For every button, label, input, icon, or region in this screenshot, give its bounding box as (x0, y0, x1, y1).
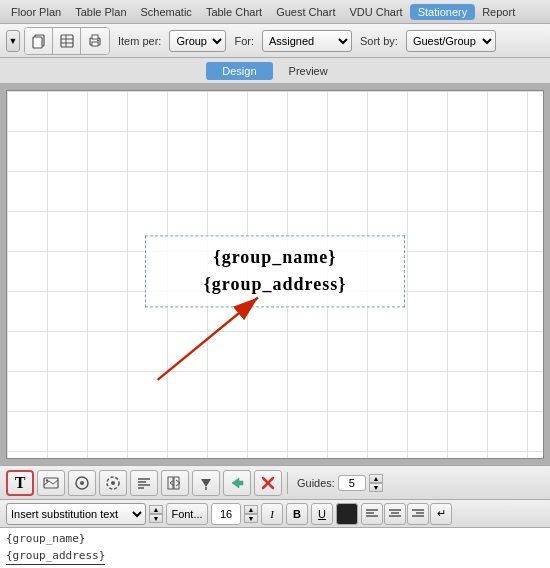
insert-up-button[interactable]: ▲ (149, 505, 163, 514)
underline-button[interactable]: U (311, 503, 333, 525)
image-tool-button[interactable] (37, 470, 65, 496)
print-icon[interactable] (81, 28, 109, 54)
sort-by-select[interactable]: Guest/Group (406, 30, 496, 52)
merge-tool[interactable] (161, 470, 189, 496)
color-swatch[interactable] (336, 503, 358, 525)
insert-select-stepper: ▲ ▼ (149, 505, 163, 523)
sort-by-label: Sort by: (356, 35, 402, 47)
copy-icon[interactable] (25, 28, 53, 54)
separator (287, 472, 288, 494)
nav-item-schematic[interactable]: Schematic (134, 4, 199, 20)
svg-line-14 (49, 481, 53, 484)
guides-stepper: ▲ ▼ (369, 474, 383, 492)
nav-item-table-plan[interactable]: Table Plan (68, 4, 133, 20)
bottom-toolbar: T (0, 465, 550, 499)
guides-label: Guides: (297, 477, 335, 489)
svg-line-13 (44, 481, 49, 485)
item-per-label: Item per: (114, 35, 165, 47)
bold-button[interactable]: B (286, 503, 308, 525)
nav-item-floor-plan[interactable]: Floor Plan (4, 4, 68, 20)
for-label: For: (230, 35, 258, 47)
svg-rect-2 (61, 35, 73, 47)
align-left-tool[interactable] (130, 470, 158, 496)
spinner-tool-button[interactable] (99, 470, 127, 496)
circle-tool-button[interactable] (68, 470, 96, 496)
font-size-stepper: ▲ ▼ (244, 505, 258, 523)
item-per-select[interactable]: Group (169, 30, 226, 52)
text-preview-line2: {group_address} (6, 548, 544, 566)
table-icon[interactable] (53, 28, 81, 54)
align-left-button[interactable] (361, 503, 383, 525)
text-tool-button[interactable]: T (6, 470, 34, 496)
font-size-up[interactable]: ▲ (244, 505, 258, 514)
text-preview-line2-text: {group_address} (6, 548, 105, 566)
svg-point-20 (111, 481, 115, 485)
svg-line-15 (53, 480, 58, 484)
tab-design[interactable]: Design (206, 62, 272, 80)
nav-item-report[interactable]: Report (475, 4, 522, 20)
italic-button[interactable]: I (261, 503, 283, 525)
svg-point-9 (97, 39, 99, 41)
font-size-down[interactable]: ▼ (244, 514, 258, 523)
format-bar: Insert substitution text ▲ ▼ Font... ▲ ▼… (0, 499, 550, 527)
svg-rect-8 (92, 42, 98, 46)
nav-item-table-chart[interactable]: Table Chart (199, 4, 269, 20)
align-center-button[interactable] (384, 503, 406, 525)
align-right-button[interactable] (407, 503, 429, 525)
canvas-text-line2: {group_address} (166, 271, 384, 298)
delete-button[interactable] (254, 470, 282, 496)
svg-rect-7 (92, 35, 98, 39)
svg-marker-31 (201, 479, 211, 487)
canvas-wrapper: {group_name} {group_address} (0, 84, 550, 465)
canvas[interactable]: {group_name} {group_address} (6, 90, 544, 459)
toolbar: ▼ (0, 24, 550, 58)
nav-item-stationery[interactable]: Stationery (410, 4, 476, 20)
nav-bar: Floor Plan Table Plan Schematic Table Ch… (0, 0, 550, 24)
green-arrow-tool[interactable] (223, 470, 251, 496)
guides-input[interactable] (338, 475, 366, 491)
guides-down-button[interactable]: ▼ (369, 483, 383, 492)
svg-line-11 (158, 298, 258, 380)
svg-point-18 (80, 481, 84, 485)
canvas-textbox[interactable]: {group_name} {group_address} (145, 235, 405, 307)
nav-item-guest-chart[interactable]: Guest Chart (269, 4, 342, 20)
icon-group (24, 27, 110, 55)
text-preview: {group_name} {group_address} (0, 527, 550, 568)
font-button[interactable]: Font... (166, 503, 208, 525)
svg-rect-1 (33, 37, 42, 48)
font-size-input[interactable] (211, 503, 241, 525)
svg-rect-26 (174, 477, 179, 489)
for-select[interactable]: Assigned (262, 30, 352, 52)
canvas-text-line1: {group_name} (166, 244, 384, 271)
nav-item-vdu-chart[interactable]: VDU Chart (342, 4, 409, 20)
svg-point-16 (46, 479, 48, 481)
insert-down-button[interactable]: ▼ (149, 514, 163, 523)
align-justify-button[interactable]: ↵ (430, 503, 452, 525)
guides-up-button[interactable]: ▲ (369, 474, 383, 483)
tab-row: Design Preview (0, 58, 550, 84)
text-preview-line1: {group_name} (6, 531, 544, 548)
arrow-down-tool[interactable] (192, 470, 220, 496)
tab-preview[interactable]: Preview (273, 62, 344, 80)
expand-button[interactable]: ▼ (6, 30, 20, 52)
align-buttons: ↵ (361, 503, 452, 525)
main-layout: ▼ (0, 24, 550, 568)
svg-marker-33 (232, 478, 243, 488)
insert-substitution-select[interactable]: Insert substitution text (6, 503, 146, 525)
